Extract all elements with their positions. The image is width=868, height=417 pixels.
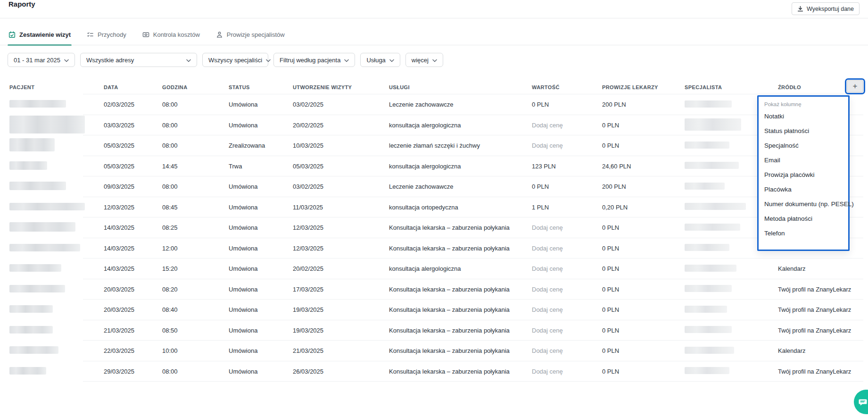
redaction-block xyxy=(685,306,727,313)
column-menu-item[interactable]: Notatki xyxy=(764,109,846,124)
column-header[interactable]: PACJENT xyxy=(9,84,104,90)
visit-time: 12:00 xyxy=(162,245,229,252)
header-divider xyxy=(0,18,868,18)
visit-value[interactable]: Dodaj cenę xyxy=(532,265,602,272)
patient-redacted xyxy=(9,367,104,376)
visit-commission: 0,20 PLN xyxy=(602,204,685,211)
visit-date: 20/03/2025 xyxy=(104,286,162,293)
visit-source: Twój profil na ZnanyLekarz xyxy=(778,286,859,293)
visit-value[interactable]: Dodaj cenę xyxy=(532,245,602,252)
tab-prowizje-specjalistow[interactable]: Prowizje specjalistów xyxy=(215,31,286,45)
column-menu-item[interactable]: Specjalność xyxy=(764,138,846,153)
table-row[interactable]: 05/03/2025 14:45 Trwa 05/03/2025 konsult… xyxy=(9,156,868,177)
plus-icon: + xyxy=(853,82,858,91)
page-title: Raporty xyxy=(8,0,35,8)
column-menu-item[interactable]: Email xyxy=(764,153,846,167)
visit-commission: 0 PLN xyxy=(602,265,685,272)
patient-redacted xyxy=(9,264,104,273)
tab-zestawienie-wizyt[interactable]: Zestawienie wizyt xyxy=(8,31,72,45)
visit-status: Umówiona xyxy=(229,183,293,190)
redaction-block xyxy=(9,100,66,108)
tab-przychody[interactable]: Przychody xyxy=(86,31,127,45)
visit-date: 21/03/2025 xyxy=(104,327,162,334)
column-header[interactable]: UTWORZENIE WIZYTY xyxy=(293,84,389,90)
visit-value[interactable]: Dodaj cenę xyxy=(532,142,602,149)
address-filter-label: Wszystkie adresy xyxy=(86,57,134,64)
column-header[interactable]: DATA xyxy=(104,84,162,90)
table-row[interactable]: 14/03/2025 08:25 Umówiona 12/03/2025 Kon… xyxy=(9,217,868,238)
column-menu-item[interactable]: Prowizja placówki xyxy=(764,167,846,182)
patient-redacted xyxy=(9,222,104,233)
visit-service: Leczenie zachowawcze xyxy=(389,101,532,108)
visit-service: Konsultacja lekarska – zaburzenia połyka… xyxy=(389,224,532,231)
visit-value[interactable]: Dodaj cenę xyxy=(532,327,602,334)
redaction-block xyxy=(9,222,75,232)
visit-service: leczenie złamań szczęki i żuchwy xyxy=(389,142,532,149)
more-filters-button[interactable]: więcej xyxy=(405,53,443,67)
table-row[interactable]: 12/03/2025 08:45 Umówiona 11/03/2025 kon… xyxy=(9,197,868,218)
add-column-button[interactable]: + xyxy=(847,80,863,92)
redaction-block xyxy=(9,138,55,151)
visit-value[interactable]: Dodaj cenę xyxy=(532,224,602,231)
chat-fab-button[interactable] xyxy=(854,390,868,414)
checklist-icon xyxy=(87,31,94,38)
visit-value: 0 PLN xyxy=(532,183,602,190)
date-range-filter[interactable]: 01 - 31 mar 2025 xyxy=(8,53,75,67)
visit-value[interactable]: Dodaj cenę xyxy=(532,347,602,354)
column-header[interactable]: WARTOŚĆ xyxy=(532,84,602,90)
table-row[interactable]: 22/03/2025 10:00 Umówiona 21/03/2025 Kon… xyxy=(9,341,868,361)
service-filter[interactable]: Usługa xyxy=(360,53,400,67)
visit-value[interactable]: Dodaj cenę xyxy=(532,306,602,313)
chevron-down-icon xyxy=(266,57,271,64)
column-header[interactable]: PROWIZJE LEKARZY xyxy=(602,84,685,90)
specialist-redacted xyxy=(685,326,778,334)
visit-status: Trwa xyxy=(229,163,293,170)
patient-redacted xyxy=(9,326,104,335)
table-row[interactable]: 03/03/2025 08:00 Umówiona 20/02/2025 kon… xyxy=(9,115,868,136)
visit-value[interactable]: Dodaj cenę xyxy=(532,286,602,293)
visit-commission: 0 PLN xyxy=(602,224,685,231)
column-menu-item[interactable]: Numer dokumentu (np. PESEL) xyxy=(764,197,846,211)
table-row[interactable]: 21/03/2025 08:50 Umówiona 19/03/2025 Kon… xyxy=(9,320,868,341)
column-header[interactable]: STATUS xyxy=(229,84,293,90)
tab-kontrola-kosztow[interactable]: Kontrola kosztów xyxy=(141,31,201,45)
column-header[interactable]: GODZINA xyxy=(162,84,229,90)
redaction-block xyxy=(9,305,53,313)
visit-date: 20/03/2025 xyxy=(104,306,162,313)
column-menu-item[interactable]: Placówka xyxy=(764,182,846,197)
service-filter-label: Usługa xyxy=(366,57,385,64)
visit-service: Konsultacja lekarska – zaburzenia połyka… xyxy=(389,245,532,252)
visit-date: 22/03/2025 xyxy=(104,347,162,354)
table-row[interactable]: 02/03/2025 08:00 Umówiona 03/02/2025 Lec… xyxy=(9,94,868,115)
redaction-block xyxy=(9,346,58,354)
export-data-button[interactable]: Wyeksportuj dane xyxy=(792,2,860,15)
patient-redacted xyxy=(9,346,104,355)
column-menu-item[interactable]: Status płatności xyxy=(764,124,846,138)
table-row[interactable]: 14/03/2025 15:20 Umówiona 20/02/2025 kon… xyxy=(9,259,868,279)
visit-value[interactable]: Dodaj cenę xyxy=(532,122,602,129)
visit-status: Umówiona xyxy=(229,306,293,313)
specialist-filter[interactable]: Wszyscy specjaliści xyxy=(202,53,268,67)
visit-source: Twój profil na ZnanyLekarz xyxy=(778,327,859,334)
visit-status: Zrealizowana xyxy=(229,142,293,149)
column-menu-item[interactable]: Telefon xyxy=(764,226,846,241)
column-header[interactable]: USŁUGI xyxy=(389,84,532,90)
table-row[interactable]: 14/03/2025 12:00 Umówiona 12/03/2025 Kon… xyxy=(9,238,868,259)
column-menu-item[interactable]: Metoda płatności xyxy=(764,211,846,226)
column-header[interactable]: SPECJALISTA xyxy=(685,84,778,90)
visit-source: Kalendarz xyxy=(778,347,859,354)
banknote-icon xyxy=(142,31,149,38)
visit-status: Umówiona xyxy=(229,224,293,231)
patient-filter[interactable]: Filtruj według pacjenta xyxy=(273,53,355,67)
table-row[interactable]: 29/03/2025 08:00 Umówiona 26/03/2025 Kon… xyxy=(9,361,868,382)
address-filter[interactable]: Wszystkie adresy xyxy=(80,53,197,67)
table-row[interactable]: 09/03/2025 08:00 Umówiona 03/02/2025 Lec… xyxy=(9,176,868,197)
visit-service: konsultacja alergologiczna xyxy=(389,265,532,272)
redaction-block xyxy=(9,326,53,334)
table-row[interactable]: 05/03/2025 08:00 Zrealizowana 10/03/2025… xyxy=(9,135,868,156)
visit-time: 08:50 xyxy=(162,327,229,334)
page-header: Raporty Wyeksportuj dane xyxy=(0,0,868,18)
table-row[interactable]: 20/03/2025 08:20 Umówiona 17/03/2025 Kon… xyxy=(9,279,868,300)
table-row[interactable]: 20/03/2025 08:40 Umówiona 19/03/2025 Kon… xyxy=(9,300,868,320)
visit-value[interactable]: Dodaj cenę xyxy=(532,368,602,375)
